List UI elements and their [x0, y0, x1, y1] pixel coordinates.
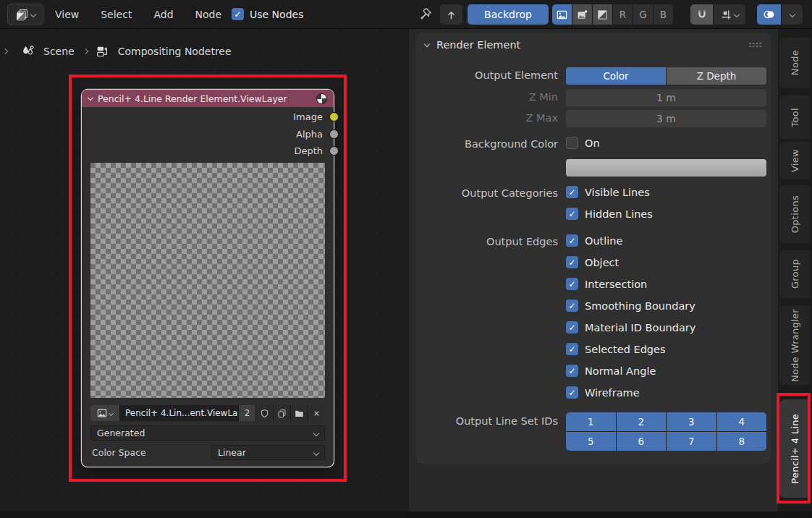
snapping-group: [690, 4, 745, 25]
breadcrumb-scene: Scene: [43, 46, 75, 57]
line-set-id-8[interactable]: 8: [717, 432, 767, 451]
nodetree-icon: [96, 45, 109, 58]
tab-group[interactable]: Group: [779, 250, 810, 298]
unlink-button[interactable]: [308, 405, 325, 421]
view-color-button[interactable]: [552, 4, 572, 25]
output-element-color-button[interactable]: Color: [566, 67, 666, 85]
outline-checkbox[interactable]: [566, 234, 578, 247]
panel-header[interactable]: Render Element: [425, 39, 762, 51]
open-image-button[interactable]: [291, 405, 308, 421]
output-socket-label: Depth: [294, 145, 323, 156]
backdrop-label: Backdrop: [484, 9, 532, 20]
overlays-dropdown[interactable]: [782, 4, 803, 25]
view-alpha-button[interactable]: [593, 4, 612, 25]
image-output-socket[interactable]: [329, 112, 339, 122]
channel-g-button[interactable]: G: [633, 4, 653, 25]
menu-node[interactable]: Node: [195, 9, 222, 20]
output-element-zdepth-button[interactable]: Z Depth: [667, 67, 766, 85]
backdrop-button[interactable]: Backdrop: [468, 4, 549, 25]
visible-lines-checkbox[interactable]: [566, 186, 578, 198]
hidden-lines-checkbox[interactable]: [566, 208, 578, 220]
tab-node-wrangler[interactable]: Node Wrangler: [779, 305, 810, 385]
wireframe-checkbox[interactable]: [566, 386, 578, 399]
line-set-id-5[interactable]: 5: [566, 432, 616, 451]
selected-edges-row: Selected Edges: [566, 343, 666, 355]
tab-options[interactable]: Options: [779, 185, 810, 243]
object-checkbox[interactable]: [566, 256, 578, 268]
go-to-parent-button[interactable]: [440, 4, 462, 25]
tab-tool[interactable]: Tool: [779, 95, 810, 139]
line-set-id-3[interactable]: 3: [667, 412, 716, 431]
node-header[interactable]: Pencil+ 4.Line Render Element.ViewLayer: [82, 90, 334, 107]
output-categories-label: Output Categories: [416, 187, 558, 199]
use-nodes-checkbox[interactable]: [232, 8, 244, 20]
alpha-output-socket[interactable]: [329, 130, 339, 139]
color-space-dropdown[interactable]: Linear: [211, 445, 325, 460]
intersection-checkbox[interactable]: [566, 278, 578, 290]
menu-view[interactable]: View: [55, 9, 79, 20]
channel-b-button[interactable]: B: [654, 4, 673, 25]
menu-add[interactable]: Add: [153, 9, 173, 20]
wireframe-row: Wireframe: [566, 386, 640, 399]
fake-user-button[interactable]: [256, 405, 273, 421]
output-socket-label: Image: [293, 111, 323, 122]
node-editor-header: View Select Add Node Use Nodes Backdrop: [0, 0, 812, 29]
z-min-field[interactable]: 1 m: [566, 89, 766, 106]
pencil-render-element-node[interactable]: Pencil+ 4.Line Render Element.ViewLayer …: [82, 90, 334, 467]
half-filled-square-icon: [597, 9, 608, 20]
overlap-circles-icon: [764, 9, 775, 20]
line-set-id-4[interactable]: 4: [717, 412, 767, 431]
close-icon: [312, 409, 321, 418]
region-expand-icon[interactable]: [2, 48, 8, 54]
line-set-id-2[interactable]: 2: [617, 412, 667, 431]
shield-icon: [260, 409, 269, 418]
line-set-id-1[interactable]: 1: [566, 412, 616, 431]
snap-mode-dropdown[interactable]: [714, 4, 745, 25]
image-icon: [97, 408, 107, 418]
use-nodes-toggle[interactable]: Use Nodes: [232, 8, 303, 20]
depth-output-socket[interactable]: [329, 146, 339, 156]
drag-handle-icon[interactable]: [748, 42, 762, 48]
breadcrumb: Scene Compositing Nodetree: [3, 43, 232, 60]
panel-title: Render Element: [436, 39, 741, 51]
pin-icon[interactable]: [418, 7, 432, 21]
z-max-field[interactable]: 3 m: [566, 110, 766, 127]
browse-image-button[interactable]: [90, 405, 119, 421]
material-id-boundary-checkbox[interactable]: [566, 321, 578, 334]
normal-angle-checkbox[interactable]: [566, 365, 578, 377]
checker-sphere-icon: [316, 93, 327, 104]
folder-icon: [295, 409, 304, 418]
compositor-editor-icon: [16, 9, 28, 21]
tab-view[interactable]: View: [779, 142, 810, 179]
line-set-id-7[interactable]: 7: [667, 432, 716, 451]
channel-r-button[interactable]: R: [613, 4, 633, 25]
use-nodes-label: Use Nodes: [250, 9, 303, 20]
duplicate-button[interactable]: [274, 405, 290, 421]
tab-pencil-4-line[interactable]: Pencil+ 4 Line: [779, 399, 810, 498]
image-name-field[interactable]: Pencil+ 4.Lin...ent.ViewLayer: [120, 405, 238, 421]
background-color-swatch[interactable]: [566, 159, 766, 177]
hidden-lines-row: Hidden Lines: [566, 208, 653, 220]
chevron-down-icon: [109, 410, 114, 415]
viewer-channel-group: R G B: [552, 4, 673, 25]
line-set-id-6[interactable]: 6: [617, 432, 667, 451]
image-source-dropdown[interactable]: Generated: [90, 425, 325, 441]
editor-type-button[interactable]: [7, 4, 43, 25]
collapse-chevron-icon[interactable]: [88, 94, 93, 100]
tab-node[interactable]: Node: [779, 38, 810, 88]
selected-edges-checkbox[interactable]: [566, 343, 578, 355]
background-color-checkbox[interactable]: [566, 137, 578, 149]
image-preview-checkerboard: [90, 163, 325, 398]
overlays-toggle-button[interactable]: [757, 4, 781, 25]
panel-collapse-icon[interactable]: [424, 41, 430, 46]
breadcrumb-nodetree: Compositing Nodetree: [118, 46, 232, 57]
visible-lines-row: Visible Lines: [566, 186, 650, 198]
smoothing-boundary-checkbox[interactable]: [566, 300, 578, 312]
sidebar-tab-column: Node Tool View Options Group Node Wrangl…: [778, 29, 812, 518]
intersection-row: Intersection: [566, 278, 647, 290]
users-count-button[interactable]: 2: [239, 405, 255, 421]
menu-select[interactable]: Select: [101, 9, 132, 20]
view-image-dot-button[interactable]: [572, 4, 592, 25]
chevron-down-icon: [789, 12, 795, 17]
snap-toggle-button[interactable]: [690, 4, 713, 25]
